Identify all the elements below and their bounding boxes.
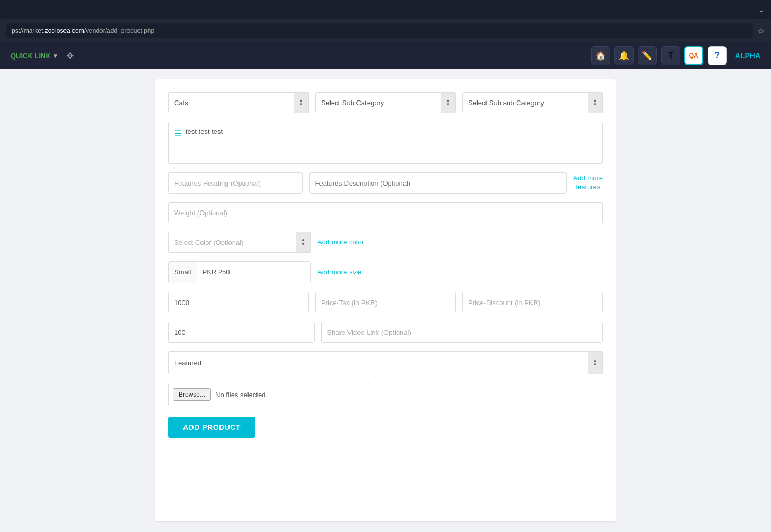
browse-button[interactable]: Browse... [173, 388, 211, 401]
sub-sub-category-select[interactable]: Select Sub sub Category [462, 92, 603, 113]
color-row: Select Color (Optional) ▲ ▼ Add more col… [168, 232, 603, 253]
file-upload-box: Browse... No files selected. [168, 383, 369, 406]
add-more-size-label: Add more size [317, 268, 361, 277]
file-upload-row: Browse... No files selected. [168, 383, 603, 406]
video-link-input[interactable] [321, 322, 603, 343]
features-description-input[interactable] [309, 172, 567, 194]
category-select[interactable]: Cats [168, 92, 309, 113]
size-price: PKR 250 [197, 262, 235, 283]
add-more-features-line2: features [575, 183, 600, 192]
features-heading-input[interactable] [168, 172, 303, 194]
price-discount-input[interactable] [462, 292, 603, 313]
list-icon: ☰ [174, 129, 181, 139]
alpha-label: ALPHA [735, 51, 760, 60]
quick-link-button[interactable]: QUICK LINK ▼ [11, 52, 58, 60]
nav-icons: 🏠 🔔 ✏️ ₹ QA ? ALPHA [591, 46, 760, 65]
home-button[interactable]: 🏠 [591, 46, 610, 65]
add-more-color-label: Add more color [317, 238, 364, 247]
featured-select[interactable]: FeaturedNot Featured [168, 351, 603, 374]
category-row: Cats ▲ ▼ Select Sub Category ▲ ▼ Select … [168, 92, 603, 113]
url-field[interactable]: ps://market.zoolosea.com/vendor/add_prod… [6, 23, 753, 38]
form-container: Cats ▲ ▼ Select Sub Category ▲ ▼ Select … [155, 79, 616, 521]
main-content: Cats ▲ ▼ Select Sub Category ▲ ▼ Select … [0, 69, 771, 532]
fullscreen-icon[interactable]: ✥ [67, 51, 74, 61]
home-icon: 🏠 [595, 51, 606, 61]
quick-link-label: QUICK LINK [11, 52, 51, 60]
nav-bar: QUICK LINK ▼ ✥ 🏠 🔔 ✏️ ₹ QA ? ALPHA [0, 42, 771, 69]
qa-icon: QA [689, 52, 699, 59]
chevron-down-icon: ⌄ [758, 5, 765, 14]
url-domain: zoolosea.com [45, 27, 84, 34]
featured-select-wrapper: FeaturedNot Featured ▲ ▼ [168, 351, 603, 374]
add-more-features-link[interactable]: Add more features [573, 174, 603, 192]
url-prefix: ps://market. [12, 27, 45, 34]
help-icon: ? [714, 51, 720, 60]
add-more-features-line1: Add more [573, 174, 603, 183]
no-files-text: No files selected. [215, 391, 268, 399]
size-row: Small PKR 250 Add more size [168, 261, 603, 283]
sub-category-select[interactable]: Select Sub Category [315, 92, 456, 113]
price-row [168, 292, 603, 313]
browser-top-bar: ⌄ [0, 0, 771, 19]
price-input[interactable] [168, 292, 309, 313]
address-bar: ps://market.zoolosea.com/vendor/add_prod… [0, 19, 771, 42]
url-path: /vendor/add_product.php [84, 27, 154, 34]
bookmark-icon[interactable]: ☆ [757, 26, 765, 36]
notifications-button[interactable]: 🔔 [614, 46, 634, 65]
price-tax-input[interactable] [315, 292, 456, 313]
weight-input[interactable] [168, 202, 603, 223]
help-button[interactable]: ? [708, 46, 727, 65]
size-input-group: Small PKR 250 [168, 261, 311, 283]
features-row: Add more features [168, 172, 603, 194]
nav-left: QUICK LINK ▼ ✥ [11, 51, 74, 61]
description-area: ☰ test test test [168, 122, 603, 164]
dropdown-arrow-icon: ▼ [53, 53, 58, 59]
qty-video-row [168, 322, 603, 343]
color-select[interactable]: Select Color (Optional) [168, 232, 311, 253]
bell-icon: 🔔 [619, 51, 629, 61]
description-text: test test test [186, 127, 223, 135]
edit-button[interactable]: ✏️ [638, 46, 657, 65]
sub-sub-category-select-wrapper: Select Sub sub Category ▲ ▼ [462, 92, 603, 113]
description-row: ☰ test test test [168, 122, 603, 164]
category-select-wrapper: Cats ▲ ▼ [168, 92, 309, 113]
weight-row [168, 202, 603, 223]
qa-button[interactable]: QA [684, 46, 703, 65]
add-more-size-link[interactable]: Add more size [317, 268, 361, 277]
add-more-color-link[interactable]: Add more color [317, 238, 364, 247]
rupee-icon: ₹ [668, 51, 673, 61]
rupee-button[interactable]: ₹ [661, 46, 680, 65]
sub-category-select-wrapper: Select Sub Category ▲ ▼ [315, 92, 456, 113]
edit-icon: ✏️ [642, 51, 653, 61]
color-select-wrapper: Select Color (Optional) ▲ ▼ [168, 232, 311, 253]
quantity-input[interactable] [168, 322, 315, 343]
add-product-button[interactable]: ADD PRODUCT [168, 417, 255, 438]
size-label: Small [169, 262, 197, 283]
